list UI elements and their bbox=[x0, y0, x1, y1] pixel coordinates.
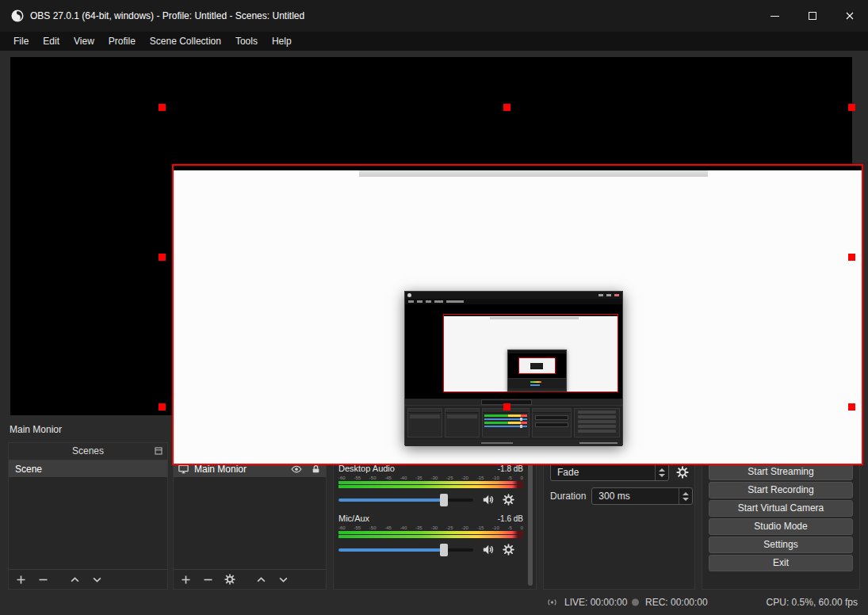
scene-name: Scene bbox=[15, 464, 42, 475]
spin-up-icon bbox=[659, 468, 665, 472]
obs-main-window: OBS 27.0.1 (64-bit, windows) - Profile: … bbox=[0, 0, 868, 615]
preview-recursive-obs-window bbox=[404, 291, 623, 445]
meter-tick-label: -50 bbox=[369, 475, 377, 481]
volume-slider[interactable] bbox=[338, 498, 473, 502]
meter-tick-label: -55 bbox=[354, 475, 361, 481]
meter-tick-label: -25 bbox=[446, 475, 453, 481]
scene-list-item[interactable]: Scene bbox=[9, 460, 167, 477]
selection-handle-middle-left[interactable] bbox=[159, 254, 166, 261]
mini2-captured-display bbox=[518, 357, 556, 374]
mini2-recursion-core bbox=[530, 363, 543, 369]
transition-select-spinner[interactable] bbox=[655, 464, 668, 480]
gear-icon[interactable] bbox=[503, 494, 514, 506]
menu-help[interactable]: Help bbox=[265, 32, 299, 51]
meter-tick-label: -35 bbox=[415, 475, 423, 481]
volume-slider-thumb[interactable] bbox=[440, 544, 448, 556]
start-recording-button[interactable]: Start Recording bbox=[709, 482, 853, 498]
meter-tick-label: -50 bbox=[369, 525, 377, 531]
mini-controls-panel bbox=[574, 408, 620, 437]
close-button[interactable] bbox=[831, 0, 868, 32]
volume-slider-thumb[interactable] bbox=[440, 494, 448, 506]
duration-spinner[interactable] bbox=[679, 488, 692, 504]
scenes-panel-title: Scenes bbox=[9, 443, 167, 460]
selection-handle-middle-right[interactable] bbox=[848, 254, 855, 261]
maximize-icon bbox=[809, 12, 816, 20]
volume-meter bbox=[338, 531, 523, 538]
window-title: OBS 27.0.1 (64-bit, windows) - Profile: … bbox=[30, 0, 304, 32]
mixer-channel-mic-aux: Mic/Aux -1.6 dB -60-55-50-45-40-35-30-25… bbox=[338, 514, 523, 556]
channel-level-db: -1.8 dB bbox=[498, 464, 523, 473]
selection-handle-top-left[interactable] bbox=[159, 104, 166, 111]
menu-file[interactable]: File bbox=[6, 32, 36, 51]
selected-source-name: Main Monior bbox=[10, 424, 62, 435]
meter-tick-label: -15 bbox=[477, 525, 484, 531]
mini2-docks bbox=[508, 378, 566, 388]
exit-button[interactable]: Exit bbox=[709, 555, 853, 571]
transition-gear-icon[interactable] bbox=[676, 466, 689, 479]
meter-tick-label: -20 bbox=[461, 475, 468, 481]
selection-handle-bottom-left[interactable] bbox=[159, 403, 166, 411]
menu-profile[interactable]: Profile bbox=[101, 32, 143, 51]
mini-titlebar bbox=[405, 292, 622, 299]
mixer-scrollbar[interactable] bbox=[528, 464, 533, 586]
meter-tick-label: -45 bbox=[384, 525, 392, 531]
transition-select[interactable]: Fade bbox=[550, 464, 669, 481]
duration-spinbox[interactable]: 300 ms bbox=[591, 487, 693, 505]
mini-preview-canvas bbox=[405, 304, 622, 399]
sources-toolbar bbox=[174, 569, 326, 589]
selection-handle-top-right[interactable] bbox=[848, 104, 855, 111]
mini-transitions-panel bbox=[532, 408, 572, 437]
mini-mixer-panel bbox=[482, 408, 530, 437]
add-scene-button[interactable] bbox=[15, 574, 27, 586]
volume-slider[interactable] bbox=[338, 548, 473, 552]
selection-handle-bottom-right[interactable] bbox=[848, 403, 855, 411]
mini-statusbar bbox=[405, 440, 622, 446]
mini-titlebar-fragment bbox=[490, 317, 579, 319]
meter-tick-label: -30 bbox=[430, 475, 438, 481]
channel-level-db: -1.6 dB bbox=[498, 514, 523, 523]
studio-mode-button[interactable]: Studio Mode bbox=[709, 518, 853, 535]
mini-recursion-level2-window bbox=[507, 350, 567, 392]
live-time: LIVE: 00:00:00 bbox=[564, 597, 627, 608]
add-source-button[interactable] bbox=[180, 574, 192, 586]
meter-tick-scale: -60-55-50-45-40-35-30-25-20-15-10-50 bbox=[338, 475, 523, 481]
status-bar: LIVE: 00:00:00 REC: 00:00:00 CPU: 0.5%, … bbox=[0, 590, 868, 615]
scenes-panel-header: Scenes bbox=[9, 443, 167, 460]
minimize-button[interactable] bbox=[756, 0, 793, 32]
source-move-down-button[interactable] bbox=[277, 574, 289, 586]
close-icon bbox=[843, 10, 856, 22]
start-virtual-camera-button[interactable]: Start Virtual Camera bbox=[709, 500, 853, 517]
menu-view[interactable]: View bbox=[67, 32, 101, 51]
meter-tick-label: -10 bbox=[492, 525, 499, 531]
transition-select-value: Fade bbox=[551, 467, 655, 478]
chevron-up-icon bbox=[69, 574, 81, 586]
volume-slider-fill bbox=[338, 498, 444, 502]
menu-edit[interactable]: Edit bbox=[36, 32, 67, 51]
popout-icon[interactable] bbox=[154, 446, 163, 456]
meter-tick-label: -35 bbox=[415, 525, 423, 531]
start-streaming-button[interactable]: Start Streaming bbox=[709, 464, 853, 480]
scene-move-down-button[interactable] bbox=[91, 574, 103, 586]
spin-down-icon bbox=[659, 474, 665, 477]
preview-canvas[interactable] bbox=[10, 57, 852, 415]
remove-scene-button[interactable] bbox=[37, 574, 49, 586]
cpu-fps-stats: CPU: 0.5%, 60.00 fps bbox=[767, 597, 858, 608]
selection-handle-top-center[interactable] bbox=[503, 104, 510, 111]
minimize-icon bbox=[770, 16, 779, 17]
scene-move-up-button[interactable] bbox=[69, 574, 81, 586]
speaker-mute-icon[interactable] bbox=[481, 543, 495, 556]
maximize-button[interactable] bbox=[793, 0, 831, 32]
selection-handle-bottom-center[interactable] bbox=[503, 403, 510, 411]
settings-button[interactable]: Settings bbox=[709, 537, 853, 553]
menu-tools[interactable]: Tools bbox=[228, 32, 265, 51]
captured-window-titlebar-fragment bbox=[359, 170, 708, 177]
speaker-mute-icon[interactable] bbox=[481, 493, 495, 506]
chevron-up-icon bbox=[255, 574, 267, 586]
remove-source-button[interactable] bbox=[202, 574, 214, 586]
menu-scene-collection[interactable]: Scene Collection bbox=[143, 32, 228, 51]
source-move-up-button[interactable] bbox=[255, 574, 267, 586]
meter-tick-label: 0 bbox=[521, 475, 523, 481]
meter-tick-label: -60 bbox=[338, 475, 346, 481]
source-properties-button[interactable] bbox=[224, 574, 235, 585]
gear-icon[interactable] bbox=[503, 544, 514, 556]
